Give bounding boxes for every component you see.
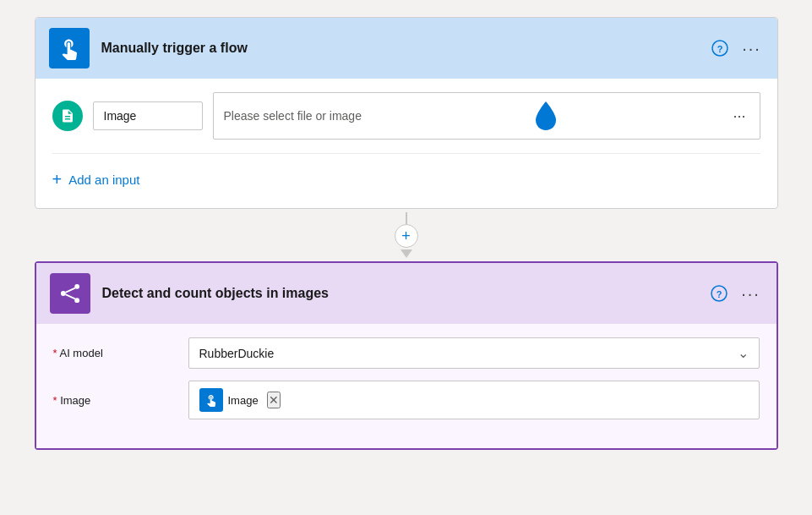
image-more-dots-icon: ··· [733,107,745,124]
ai-model-dropdown[interactable]: RubberDuckie ⌄ [188,337,760,369]
add-step-plus-icon: + [401,227,411,245]
trigger-header-actions: ? ··· [708,36,764,60]
ai-model-label: * AI model [53,347,188,359]
document-icon [60,108,75,123]
svg-point-2 [60,291,65,296]
dots-icon: ··· [742,39,761,58]
help-icon: ? [711,40,728,57]
svg-point-3 [74,284,79,289]
ai-model-chevron-icon: ⌄ [738,345,749,361]
trigger-header: Manually trigger a flow ? ··· [35,18,777,79]
trigger-more-button[interactable]: ··· [740,36,764,60]
action-body: * AI model RubberDuckie ⌄ * Image [36,324,777,448]
image-more-button[interactable]: ··· [729,104,749,129]
action-card: Detect and count objects in images ? ···… [35,261,778,450]
image-tag-icon [199,388,223,412]
image-field-label: * Image [53,394,188,407]
trigger-divider [52,153,760,154]
add-input-button[interactable]: + Add an input [52,167,140,191]
action-header: Detect and count objects in images ? ··· [36,263,777,324]
ai-model-field-row: * AI model RubberDuckie ⌄ [53,337,760,369]
svg-point-4 [74,298,79,303]
image-label: Image [93,101,203,130]
trigger-icon [49,28,90,68]
water-drop-icon [532,100,559,132]
image-tag-touch-icon [204,393,218,407]
add-step-button[interactable]: + [395,224,418,248]
ai-model-value: RubberDuckie [199,347,275,360]
action-icon [50,273,90,314]
trigger-title: Manually trigger a flow [101,41,708,56]
image-tag-label: Image [228,394,259,407]
action-title: Detect and count objects in images [102,286,707,301]
step-connector: + [395,212,418,258]
image-placeholder-text: Please select file or image [224,109,362,123]
image-input-icon [52,101,83,131]
add-input-label: Add an input [68,173,139,187]
trigger-body: Image Please select file or image ··· + … [35,79,777,208]
svg-text:?: ? [716,289,722,299]
image-field-label-text: Image [60,394,90,407]
connector-line-top [406,212,407,224]
action-more-dots-icon: ··· [741,284,760,304]
trigger-card: Manually trigger a flow ? ··· [35,17,778,209]
action-help-icon: ? [711,285,728,302]
ai-model-label-text: AI model [59,347,102,359]
trigger-help-button[interactable]: ? [708,36,732,60]
image-placeholder-box: Please select file or image ··· [213,92,760,140]
svg-text:?: ? [717,44,722,54]
image-input-row: Image Please select file or image ··· [52,92,760,140]
image-tag-remove-button[interactable]: ✕ [267,392,281,408]
ai-nodes-icon [58,282,82,305]
action-header-actions: ? ··· [707,282,763,305]
image-required-star: * [53,394,61,407]
action-help-button[interactable]: ? [707,282,731,305]
add-input-plus-icon: + [52,171,63,188]
svg-line-5 [65,288,74,293]
image-tag: Image ✕ [199,388,281,412]
action-more-button[interactable]: ··· [739,282,763,305]
image-field-value: Image ✕ [188,381,760,419]
svg-line-6 [65,294,74,299]
image-field-row: * Image Image ✕ [53,381,760,419]
connector-arrow [401,249,412,258]
touch-icon [57,36,81,60]
